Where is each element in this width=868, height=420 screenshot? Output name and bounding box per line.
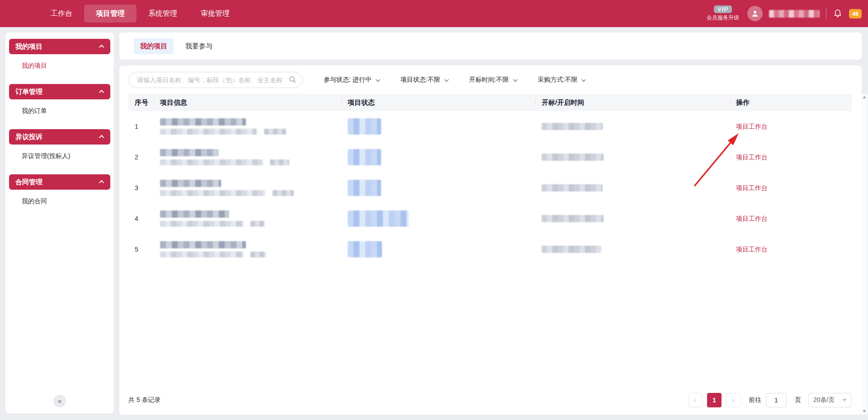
filter-bid-opening-time[interactable]: 开标时间:不限: [469, 76, 516, 84]
notification-count-badge[interactable]: 46: [849, 9, 862, 19]
scroll-down-icon[interactable]: [863, 410, 866, 413]
redacted-status-badge: [348, 241, 382, 257]
redacted-project-number: [160, 159, 263, 165]
total-records-text: 共 5 条记录: [128, 396, 161, 404]
table-header: 序号 项目信息 项目状态 开标/开启时间 操作: [128, 94, 852, 111]
sidebar-item-objection-management[interactable]: 异议管理(投标人): [5, 145, 114, 168]
redacted-project-number: [160, 129, 257, 135]
search-input[interactable]: [128, 72, 303, 88]
tabs-bar: 我的项目 我要参与: [119, 33, 862, 60]
table-body: 1项目工作台2项目工作台3项目工作台4项目工作台5项目工作台: [128, 111, 852, 265]
redacted-project-tag: [250, 252, 266, 257]
redacted-project-name: [160, 210, 229, 218]
chevron-up-icon: [99, 180, 104, 185]
pagination: ‹ 1 › 前往 页 20条/页: [688, 393, 852, 407]
column-header-actions: 操作: [730, 98, 852, 107]
project-workbench-link[interactable]: 项目工作台: [736, 246, 768, 253]
sidebar-item-my-orders[interactable]: 我的订单: [5, 99, 114, 123]
filter-procurement-method[interactable]: 采购方式:不限: [538, 76, 585, 84]
sidebar-section-contract-management[interactable]: 合同管理: [9, 174, 110, 190]
column-header-opening-time: 开标/开启时间: [535, 98, 730, 107]
filter-label: 项目状态:不限: [401, 76, 440, 84]
vip-caption: 会员服务升级: [707, 14, 739, 22]
redacted-project-name: [160, 241, 246, 248]
sidebar-section-order-management[interactable]: 订单管理: [9, 84, 110, 99]
vip-upgrade[interactable]: VIP 会员服务升级: [707, 5, 739, 22]
chevron-down-icon: [376, 77, 380, 82]
redacted-status-badge: [348, 149, 381, 165]
redacted-project-tag: [250, 221, 264, 227]
sidebar-section-objection-complaint[interactable]: 异议投诉: [9, 129, 110, 145]
nav-item-project-management[interactable]: 项目管理: [84, 5, 137, 23]
section-title: 订单管理: [15, 88, 42, 96]
table-row: 2项目工作台: [128, 142, 852, 173]
filter-project-status[interactable]: 项目状态:不限: [401, 76, 448, 84]
filter-participation-status[interactable]: 参与状态: 进行中: [324, 76, 379, 84]
page-size-value: 20条/页: [813, 396, 835, 404]
redacted-status-badge: [348, 180, 381, 196]
page-size-select[interactable]: 20条/页: [808, 393, 852, 407]
chevron-down-icon: [842, 399, 847, 401]
prev-page-button[interactable]: ‹: [688, 393, 703, 407]
row-index: 5: [128, 246, 154, 253]
redacted-project-tag: [273, 190, 294, 196]
notification-bell-icon[interactable]: [833, 9, 843, 19]
row-index: 2: [128, 154, 154, 161]
chevron-up-icon: [99, 90, 104, 95]
redacted-status-badge: [348, 210, 409, 227]
section-title: 我的项目: [15, 42, 42, 51]
search-box: [128, 72, 303, 88]
nav-item-system-management[interactable]: 系统管理: [137, 5, 189, 23]
section-title: 合同管理: [15, 178, 42, 187]
redacted-project-name: [160, 149, 219, 156]
chevron-up-icon: [99, 45, 104, 50]
filter-label: 开标时间:不限: [469, 76, 509, 84]
table-row: 5项目工作台: [128, 234, 852, 265]
sidebar: 我的项目 我的项目 订单管理 我的订单 异议投诉 异议管理(投标人) 合同管理 …: [5, 33, 114, 414]
column-header-index: 序号: [128, 98, 154, 107]
filter-label: 参与状态: 进行中: [324, 76, 372, 84]
current-page-button[interactable]: 1: [707, 393, 722, 407]
row-index: 1: [128, 123, 154, 130]
redacted-opening-time: [542, 154, 604, 161]
redacted-project-number: [160, 190, 265, 196]
sidebar-section-my-projects[interactable]: 我的项目: [9, 39, 110, 54]
user-avatar[interactable]: [747, 6, 763, 21]
tab-my-projects[interactable]: 我的项目: [134, 38, 174, 54]
divider: [826, 8, 826, 19]
chevron-down-icon: [444, 77, 449, 82]
next-page-button[interactable]: ›: [726, 393, 741, 407]
sidebar-collapse-button[interactable]: «: [53, 395, 66, 407]
goto-suffix: 页: [795, 396, 801, 404]
redacted-opening-time: [542, 246, 601, 253]
person-icon: [750, 9, 760, 18]
chevron-down-icon: [581, 77, 586, 82]
table-scrollbar[interactable]: [861, 94, 868, 415]
goto-page-input[interactable]: [766, 393, 787, 407]
sidebar-item-my-contracts[interactable]: 我的合同: [5, 190, 114, 213]
nav-item-workbench[interactable]: 工作台: [39, 5, 84, 23]
redacted-project-number: [160, 252, 243, 257]
scroll-up-icon[interactable]: [863, 96, 866, 98]
redacted-project-name: [160, 118, 246, 126]
chevron-up-icon: [99, 135, 104, 140]
project-workbench-link[interactable]: 项目工作台: [736, 154, 768, 161]
project-workbench-link[interactable]: 项目工作台: [736, 184, 768, 191]
content-panel: 参与状态: 进行中 项目状态:不限 开标时间:不限 采购方式:不限 序号 项目信…: [119, 65, 862, 415]
vip-icon: VIP: [714, 5, 732, 13]
search-icon[interactable]: [288, 75, 297, 84]
redacted-opening-time: [542, 123, 603, 130]
redacted-username: [769, 10, 820, 18]
row-index: 4: [128, 215, 154, 222]
table-row: 3项目工作台: [128, 173, 852, 203]
sidebar-item-my-projects[interactable]: 我的项目: [5, 54, 114, 78]
nav-item-approval-management[interactable]: 审批管理: [189, 5, 241, 23]
project-workbench-link[interactable]: 项目工作台: [736, 123, 768, 130]
goto-label: 前往: [749, 396, 761, 404]
table-footer: 共 5 条记录 ‹ 1 › 前往 页 20条/页: [128, 390, 852, 410]
redacted-project-tag: [270, 159, 289, 165]
tab-want-to-participate[interactable]: 我要参与: [185, 42, 212, 51]
project-workbench-link[interactable]: 项目工作台: [736, 215, 768, 222]
redacted-project-name: [160, 180, 221, 187]
redacted-opening-time: [542, 215, 604, 222]
